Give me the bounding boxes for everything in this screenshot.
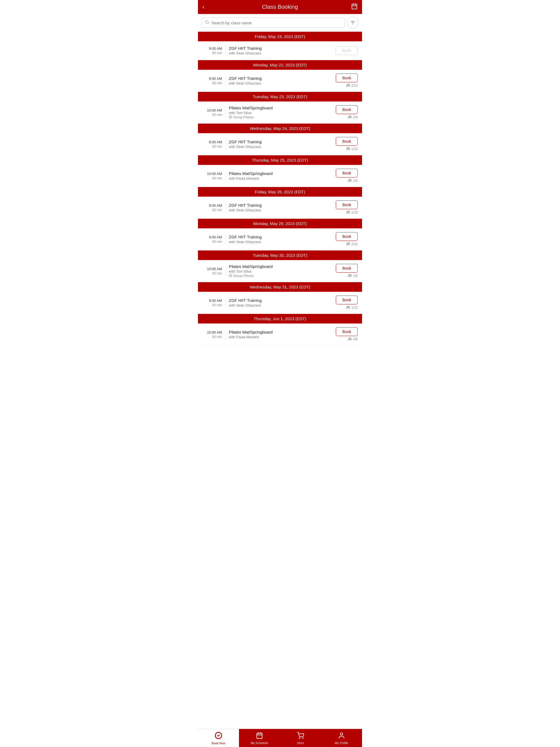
class-instructor: with Sean Ghazzara <box>229 145 332 149</box>
class-row: 10:00 AM60 minPilates Mat/Springboard wi… <box>198 165 362 187</box>
class-time-main: 9:00 AM <box>202 77 222 81</box>
class-instructor: with Sean Ghazzara <box>229 208 332 212</box>
class-row: 10:00 AM60 minPilates Mat/Springboard wi… <box>198 324 362 345</box>
nav-item-my-profile[interactable]: My Profile <box>321 729 362 747</box>
book-button[interactable]: Book <box>336 137 358 146</box>
people-icon <box>348 179 352 183</box>
time-divider <box>225 75 226 86</box>
book-button[interactable]: Book <box>336 105 358 114</box>
class-time-main: 10:00 AM <box>202 108 222 112</box>
header: ‹ Class Booking <box>198 0 362 14</box>
class-name: ZGF HIIT Training <box>229 298 332 303</box>
svg-point-9 <box>347 84 348 85</box>
class-row: 9:00 AM60 minZGF HIIT Training with Sean… <box>198 228 362 251</box>
location-icon <box>229 274 232 278</box>
svg-point-20 <box>350 179 351 180</box>
svg-line-5 <box>208 23 209 24</box>
book-button[interactable]: Book <box>336 327 358 336</box>
class-info: ZGF HIIT Training with Sean Ghazzara <box>229 235 332 244</box>
nav-item-store[interactable]: Store <box>280 729 321 747</box>
book-button[interactable]: Book <box>336 295 358 304</box>
svg-point-10 <box>348 84 350 85</box>
class-time-main: 9:00 AM <box>202 203 222 208</box>
search-input[interactable] <box>211 21 341 25</box>
class-duration: 60 min <box>202 145 222 149</box>
date-header-8: Wednesday, May 31, 2023 (EDT) <box>198 282 362 292</box>
svg-point-30 <box>350 274 351 275</box>
capacity-text: 2/10 <box>351 242 358 246</box>
class-duration: 60 min <box>202 51 222 55</box>
svg-point-17 <box>347 147 348 149</box>
people-icon <box>348 274 352 278</box>
book-now-label: Book Now <box>212 742 225 745</box>
time-divider <box>225 170 226 181</box>
class-duration: 60 min <box>202 240 222 243</box>
date-header-5: Friday, May 26, 2023 (EDT) <box>198 187 362 197</box>
svg-point-22 <box>348 211 350 212</box>
svg-rect-36 <box>257 733 262 739</box>
date-header-2: Tuesday, May 23, 2023 (EDT) <box>198 92 362 101</box>
book-button[interactable]: Book <box>336 74 358 82</box>
capacity-text: 1/6 <box>353 179 358 183</box>
calendar-button[interactable] <box>351 3 358 11</box>
class-time: 10:00 AM60 min <box>202 172 222 180</box>
class-duration: 60 min <box>202 81 222 85</box>
my-schedule-icon <box>256 732 263 740</box>
class-action: Book 1/6 <box>336 264 358 278</box>
class-time: 9:00 AM60 min <box>202 235 222 243</box>
class-action: Book 1/10 <box>336 137 358 151</box>
nav-item-book-now[interactable]: Book Now <box>198 729 239 747</box>
date-header-3: Wednesday, May 24, 2023 (EDT) <box>198 124 362 133</box>
class-instructor: with Sean Ghazzara <box>229 240 332 244</box>
capacity-text: 1/6 <box>353 274 358 278</box>
book-button: Book <box>336 46 358 55</box>
nav-item-my-schedule[interactable]: My Schedule <box>239 729 280 747</box>
class-name: Pilates Mat/Springboard <box>229 106 332 110</box>
class-name: ZGF HIIT Training <box>229 76 332 81</box>
class-row: 9:00 AM60 minZGF HIIT Training with Sean… <box>198 197 362 219</box>
svg-point-23 <box>347 242 348 244</box>
class-location-name: Group Fitness <box>233 115 254 119</box>
capacity-text: 1/10 <box>351 147 358 151</box>
class-time: 9:00 AM60 min <box>202 47 222 55</box>
class-time-main: 10:00 AM <box>202 267 222 271</box>
class-location: Group Fitness <box>229 115 332 120</box>
svg-point-29 <box>349 274 350 276</box>
class-row: 9:00 AM60 minZGF HIIT Training with Sean… <box>198 292 362 314</box>
class-capacity: 2/6 <box>348 115 358 120</box>
date-header-6: Monday, May 29, 2023 (EDT) <box>198 219 362 228</box>
search-input-wrap <box>201 18 345 28</box>
class-capacity: 1/6 <box>348 179 358 183</box>
people-icon <box>346 83 350 88</box>
class-action: Book <box>336 46 358 55</box>
capacity-text: 2/10 <box>351 210 358 214</box>
class-row: 9:00 AM60 minZGF HIIT Training with Sean… <box>198 70 362 92</box>
svg-point-31 <box>347 306 348 307</box>
book-button[interactable]: Book <box>336 169 358 177</box>
store-label: Store <box>297 741 304 745</box>
class-capacity: 1/10 <box>346 147 358 151</box>
filter-button[interactable] <box>347 17 359 29</box>
class-duration: 60 min <box>202 176 222 180</box>
class-name: ZGF HIIT Training <box>229 203 332 208</box>
people-icon <box>348 337 352 341</box>
class-time: 9:00 AM60 min <box>202 140 222 149</box>
book-button[interactable]: Book <box>336 232 358 241</box>
class-instructor: with Paula Manarin <box>229 335 332 339</box>
page-title: Class Booking <box>262 4 298 10</box>
class-row: 9:00 AM60 minZGF HIIT Training with Sean… <box>198 41 362 60</box>
class-time-main: 9:00 AM <box>202 235 222 239</box>
class-info: ZGF HIIT Training with Sean Ghazzara <box>229 203 332 212</box>
date-header-1: Monday, May 22, 2023 (EDT) <box>198 60 362 70</box>
class-instructor: with Sean Ghazzara <box>229 51 332 55</box>
book-button[interactable]: Book <box>336 200 358 209</box>
svg-point-33 <box>349 338 350 339</box>
book-button[interactable]: Book <box>336 264 358 273</box>
class-action: Book 2/10 <box>336 74 358 88</box>
class-time-main: 9:00 AM <box>202 299 222 303</box>
class-instructor: with Paula Manarin <box>229 176 332 180</box>
back-button[interactable]: ‹ <box>202 4 204 10</box>
class-row: 10:00 AM55 minPilates Mat/Springboard wi… <box>198 101 362 124</box>
search-icon <box>205 20 209 25</box>
class-capacity: 2/10 <box>346 242 358 247</box>
